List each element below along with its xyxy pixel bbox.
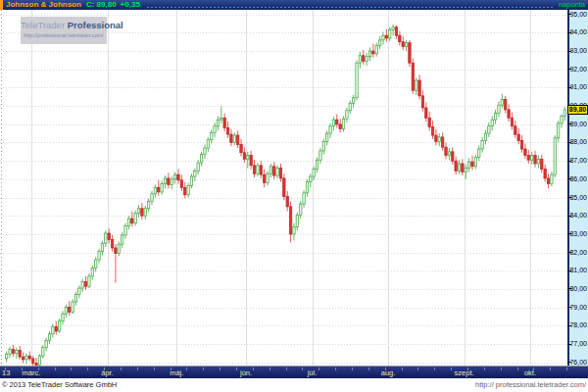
watermark-url: http://professional.teletrader.com/ [21,32,107,38]
month-label: júl. [308,368,318,377]
time-axis-tick [501,368,502,370]
candle-down [273,167,275,175]
time-axis-tick [517,368,518,370]
candle-up [197,163,199,171]
last-price-badge: 89,80 [567,105,588,115]
candle-up [48,334,50,341]
candle-down [445,147,447,155]
candle-down [409,43,411,64]
time-axis-tick [71,368,72,370]
price-axis-label: 84,00 [569,212,587,220]
candle-down [517,134,519,141]
candle-down [462,164,464,172]
candle-down [55,326,57,331]
time-axis-tick [335,368,336,370]
candle-up [415,80,416,90]
candle-up [316,160,318,169]
candle-up [105,233,107,243]
candle-down [421,96,423,108]
time-axis-tick [154,368,155,370]
candle-up [161,184,163,192]
month-label: ápr. [101,368,114,377]
candle-up [144,209,146,216]
time-axis-tick [352,368,353,370]
month-label: szept. [455,368,474,377]
candle-down [286,197,288,207]
candle-up [214,126,216,133]
candle-down [240,144,242,152]
candle-up [187,185,189,194]
candle-down [520,141,522,149]
candle-down [230,134,232,142]
time-axis-tick [121,368,122,370]
candle-up [267,173,269,182]
candle-down [435,135,437,142]
time-axis[interactable]: 13márc.ápr.máj.jún.júl.aug.szept.okt. [0,366,588,378]
candle-down [441,137,443,147]
candle-up [478,149,480,157]
candle-up [300,204,302,215]
watermark: TeleTrader Professional http://professio… [21,17,107,44]
price-axis-label: 87,00 [569,157,587,165]
candle-down [263,174,265,182]
candle-up [257,166,259,173]
candle-up [366,57,368,62]
price-axis[interactable]: 95,0094,0093,0092,0091,0090,0089,0088,00… [567,10,588,366]
candle-up [190,176,192,185]
candle-up [303,193,305,204]
time-axis-tick [302,368,303,370]
candle-up [378,40,380,46]
price-axis-label: 77,00 [569,340,587,348]
candle-down [534,156,536,164]
candle-up [488,126,490,133]
candle-up [78,288,80,295]
price-axis-label: 92,00 [569,66,587,74]
time-axis-tick [253,368,254,370]
candle-up [564,110,565,117]
candle-up [332,120,334,126]
candle-up [171,179,172,185]
candle-up [356,63,358,97]
candle-up [342,119,344,128]
year-label: 13 [2,368,10,377]
candle-up [194,171,196,176]
candle-down [168,178,170,185]
candle-down [141,209,143,216]
candle-up [319,151,321,160]
time-axis-tick [550,368,551,370]
candle-down [511,118,513,125]
time-axis-tick [417,368,418,370]
candle-down [385,35,387,38]
candlestick-chart[interactable] [0,10,567,366]
candle-up [389,30,391,38]
candle-up [121,235,122,244]
candle-up [101,243,103,251]
symbol-color-stripe [0,0,3,10]
price-axis-label: 91,00 [569,83,587,91]
candle-down [84,281,86,286]
candle-down [108,233,110,240]
candle-up [164,178,166,184]
watermark-brand: TeleTrader Professional [21,21,107,30]
candle-up [458,164,460,171]
time-axis-tick [484,368,485,370]
candle-down [184,187,186,194]
candle-up [392,27,394,30]
quote-header-bar: Johnson & Johnson C: 89,80 +0,35 naponta [0,0,588,10]
candle-down [471,162,473,167]
candle-down [428,118,430,126]
candle-down [69,308,71,313]
candle-up [346,111,348,119]
candle-down [402,42,404,47]
candle-down [260,166,262,174]
candle-up [405,43,407,47]
candle-down [250,156,252,166]
candle-up [368,51,370,57]
candle-up [62,314,64,320]
candle-up [530,156,532,161]
price-axis-label: 78,00 [569,321,587,329]
candle-down [111,240,113,248]
chart-plot-area[interactable] [0,10,567,366]
candle-up [98,252,100,260]
candle-down [180,180,182,187]
